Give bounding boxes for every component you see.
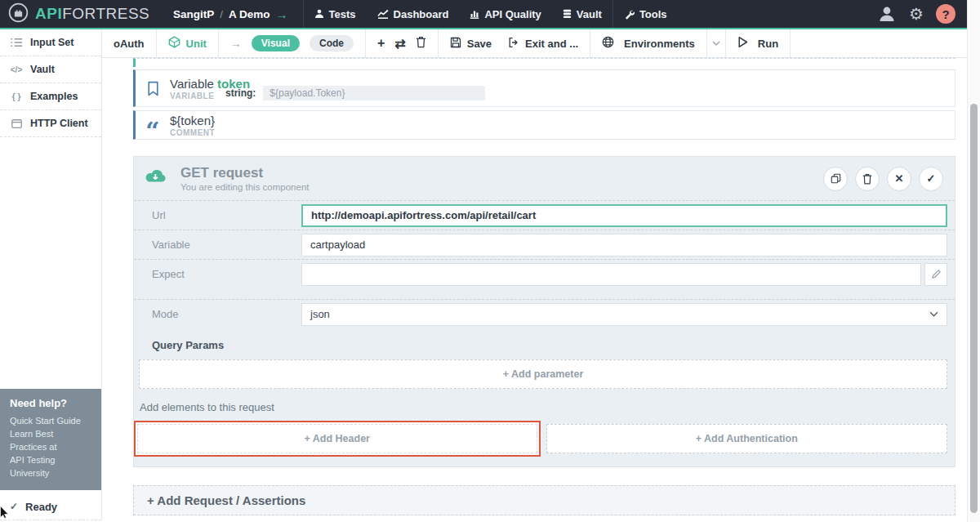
trash-icon[interactable] bbox=[416, 36, 426, 51]
variable-input[interactable] bbox=[301, 234, 947, 257]
user-icon bbox=[314, 9, 324, 19]
file-actions-group: Save Exit and ... bbox=[439, 29, 590, 57]
exit-and-save-button[interactable]: Exit and ... bbox=[508, 37, 578, 51]
nav-dashboard[interactable]: Dashboard bbox=[367, 0, 460, 28]
mode-select[interactable]: json bbox=[301, 303, 947, 326]
comment-text: ${token} bbox=[170, 114, 215, 127]
status-label: Ready bbox=[25, 501, 57, 513]
database-icon bbox=[563, 9, 572, 19]
expect-edit-button[interactable] bbox=[924, 263, 947, 286]
apifortress-logo[interactable]: APIFORTRESS bbox=[0, 2, 163, 26]
header-nav: Tests Dashboard API Quality Vault T bbox=[304, 0, 678, 28]
account-icon[interactable] bbox=[877, 4, 897, 24]
sidebar-item-http-client[interactable]: HTTP Client bbox=[0, 110, 101, 137]
sidebar-item-vault[interactable]: </> Vault bbox=[0, 56, 101, 83]
mode-field-row: Mode json bbox=[134, 299, 955, 328]
sidebar-item-examples[interactable]: { } Examples bbox=[0, 83, 101, 110]
get-request-component: GET request You are editing this compone… bbox=[133, 156, 956, 467]
variable-component[interactable]: Variable token VARIABLE string: ${payloa… bbox=[133, 69, 956, 107]
breadcrumb[interactable]: SangitP / A Demo → bbox=[163, 7, 303, 21]
visual-mode-button[interactable]: Visual bbox=[252, 35, 300, 51]
comment-type-label: COMMENT bbox=[170, 128, 215, 137]
settings-gear-icon[interactable]: ⚙ bbox=[909, 6, 924, 22]
wrench-icon bbox=[624, 9, 635, 20]
nav-api-quality[interactable]: API Quality bbox=[459, 0, 551, 28]
nav-tests[interactable]: Tests bbox=[304, 0, 367, 28]
url-field-row: Url bbox=[134, 200, 955, 230]
unit-cube-icon bbox=[168, 36, 180, 51]
expect-label: Expect bbox=[134, 268, 301, 280]
save-button[interactable]: Save bbox=[450, 37, 492, 51]
fortress-logo-icon bbox=[8, 2, 29, 26]
need-help-panel: Need help? Quick Start Guide Learn Best … bbox=[0, 389, 101, 490]
brand-text: APIFORTRESS bbox=[35, 5, 149, 23]
add-component-button[interactable]: + bbox=[377, 36, 385, 51]
request-action-buttons: ✕ ✓ bbox=[823, 167, 943, 191]
breadcrumb-test[interactable]: A Demo bbox=[229, 8, 270, 20]
sidebar-item-input-set[interactable]: Input Set bbox=[0, 29, 101, 56]
top-header: APIFORTRESS SangitP / A Demo → Tests Das… bbox=[0, 0, 967, 29]
nav-tools[interactable]: Tools bbox=[613, 0, 678, 28]
reorder-icon[interactable]: ⇄ bbox=[394, 36, 405, 51]
mouse-cursor bbox=[0, 506, 9, 522]
play-icon bbox=[737, 36, 748, 51]
variable-key-label: string: bbox=[225, 87, 256, 99]
variable-value[interactable]: ${payload.Token} bbox=[263, 86, 485, 100]
environments-dropdown-toggle[interactable] bbox=[707, 29, 726, 57]
tab-oauth[interactable]: oAuth bbox=[102, 29, 157, 57]
save-icon bbox=[450, 37, 461, 51]
cancel-button[interactable]: ✕ bbox=[887, 167, 911, 191]
url-input[interactable] bbox=[301, 204, 947, 227]
delete-button[interactable] bbox=[855, 167, 880, 191]
left-sidebar: Input Set </> Vault { } Examples HTTP Cl… bbox=[0, 29, 102, 520]
breadcrumb-separator: / bbox=[220, 8, 223, 20]
breadcrumb-project[interactable]: SangitP bbox=[173, 8, 214, 20]
run-button[interactable]: Run bbox=[726, 29, 791, 57]
variable-label: Variable bbox=[134, 239, 301, 251]
need-help-title: Need help? bbox=[10, 397, 91, 409]
request-title: GET request bbox=[180, 165, 310, 181]
help-icon[interactable]: ? bbox=[936, 4, 956, 24]
cloud-download-icon bbox=[144, 167, 167, 190]
code-icon: </> bbox=[10, 65, 23, 74]
globe-icon bbox=[602, 36, 614, 51]
quick-start-guide-link[interactable]: Quick Start Guide bbox=[10, 415, 91, 428]
query-params-label: Query Params bbox=[152, 339, 955, 351]
confirm-button[interactable]: ✓ bbox=[919, 167, 943, 191]
bookmark-icon bbox=[136, 81, 170, 96]
arrow-right-icon: → bbox=[230, 37, 242, 50]
expect-input[interactable] bbox=[301, 263, 921, 286]
unit-selector[interactable]: Unit bbox=[157, 29, 219, 57]
request-header: GET request You are editing this compone… bbox=[134, 157, 955, 200]
edit-actions-group: + ⇄ bbox=[366, 29, 439, 57]
duplicate-button[interactable] bbox=[823, 167, 848, 191]
comment-component[interactable]: “ ${token} COMMENT bbox=[133, 110, 956, 140]
line-chart-icon bbox=[377, 9, 389, 19]
exit-icon bbox=[508, 37, 519, 51]
mode-selected-value: json bbox=[310, 308, 330, 320]
scrollbar-thumb[interactable] bbox=[970, 104, 978, 513]
breadcrumb-arrow-icon: → bbox=[276, 7, 288, 21]
test-canvas: Variable token VARIABLE string: ${payloa… bbox=[102, 58, 967, 520]
nav-vault[interactable]: Vault bbox=[552, 0, 612, 28]
bar-chart-icon bbox=[470, 9, 479, 19]
add-request-assertions-button[interactable]: + Add Request / Assertions bbox=[133, 485, 956, 515]
add-parameter-button[interactable]: + Add parameter bbox=[139, 359, 947, 389]
mode-label: Mode bbox=[134, 308, 301, 320]
braces-icon: { } bbox=[10, 92, 23, 101]
request-subtitle: You are editing this component bbox=[180, 182, 310, 192]
expect-field-row: Expect bbox=[134, 259, 955, 288]
composer-toolbar: oAuth Unit → Visual Code + ⇄ bbox=[102, 29, 967, 58]
best-practices-link-line1[interactable]: Learn Best Practices at bbox=[10, 428, 91, 454]
code-mode-button[interactable]: Code bbox=[310, 35, 354, 51]
add-authentication-button[interactable]: + Add Authentication bbox=[546, 424, 948, 453]
variable-field-row: Variable bbox=[134, 230, 955, 259]
add-header-button[interactable]: + Add Header bbox=[137, 424, 537, 453]
variable-value-field: string: ${payload.Token} bbox=[225, 86, 485, 100]
scrollbar-track[interactable] bbox=[967, 0, 980, 522]
status-ready: ✓ Ready bbox=[0, 493, 101, 520]
best-practices-link-line2[interactable]: API Testing University bbox=[10, 454, 91, 480]
add-elements-row: + Add Header + Add Authentication bbox=[134, 421, 947, 457]
environments-button[interactable]: Environments bbox=[590, 29, 707, 57]
check-icon: ✓ bbox=[10, 501, 18, 512]
